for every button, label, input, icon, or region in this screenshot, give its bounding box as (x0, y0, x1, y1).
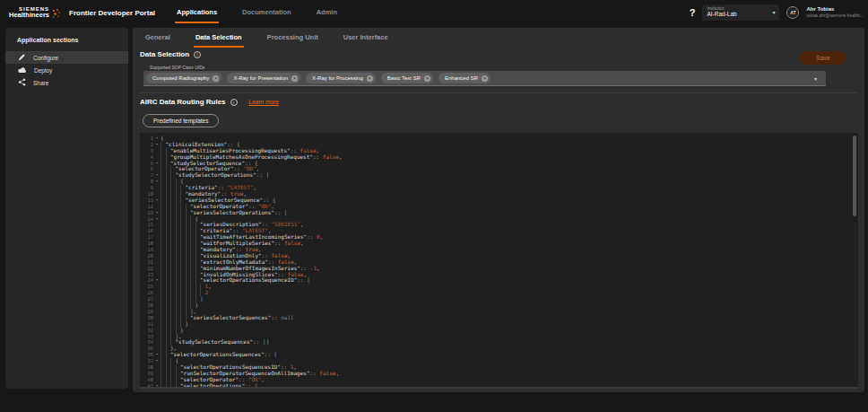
editor-line[interactable]: 251, (140, 284, 858, 290)
fold-caret-icon (153, 346, 161, 352)
pencil-icon (18, 53, 26, 62)
fold-caret-icon[interactable]: ▾ (153, 179, 161, 185)
line-number: 17 (140, 234, 153, 241)
chevron-down-icon[interactable]: ▾ (814, 75, 817, 82)
line-number: 2 (140, 142, 153, 148)
help-icon[interactable]: ? (690, 7, 696, 18)
editor-line[interactable]: 9"criteria":: "LATEST", (140, 185, 858, 191)
save-button[interactable]: Save (800, 51, 846, 65)
fold-caret-icon (153, 296, 161, 302)
chip-remove-icon[interactable]: × (213, 75, 219, 82)
nav-item-applications[interactable]: Applications (175, 8, 219, 23)
json-editor[interactable]: 1▾{2▾"clinicalExtension":: {3"enableMult… (140, 133, 858, 389)
editor-line[interactable]: 36▾"selectorOperationsSequences":: [ (140, 352, 858, 358)
fold-caret-icon[interactable]: ▾ (153, 197, 161, 204)
line-number: 23 (140, 272, 153, 278)
fold-caret-icon[interactable]: ▾ (153, 358, 161, 364)
sop-field-label: Supported SOP Class UIDs (150, 65, 204, 70)
app-header: SIEMENS Healthineers Frontier Developer … (0, 0, 868, 25)
editor-line[interactable]: 27] (140, 296, 858, 302)
nav-item-documentation[interactable]: Documentation (240, 8, 293, 23)
fold-caret-icon[interactable]: ▾ (153, 136, 161, 142)
editor-line[interactable]: 30"seriesSelectorSequences":: null (140, 315, 858, 321)
line-number: 24 (140, 277, 153, 284)
editor-line[interactable]: 24▾"selectorOperationsSequenceID":: [ (140, 277, 858, 284)
predefined-templates-button[interactable]: Predefined templates (143, 114, 219, 127)
info-icon[interactable]: i (194, 51, 201, 58)
chip-remove-icon[interactable]: × (482, 75, 488, 82)
editor-line[interactable]: 32} (140, 328, 858, 334)
line-number: 28 (140, 302, 153, 309)
chip-remove-icon[interactable]: × (367, 75, 373, 82)
fold-caret-icon (153, 339, 161, 346)
sidebar-item-label: Deploy (34, 67, 52, 74)
editor-line[interactable]: 28} (140, 302, 858, 309)
line-number: 11 (140, 197, 153, 204)
line-number: 3 (140, 148, 153, 154)
learn-more-link[interactable]: Learn more (249, 99, 279, 105)
fold-caret-icon (153, 309, 161, 315)
editor-line[interactable]: 262 (140, 290, 858, 296)
code-text: { (161, 179, 184, 185)
tab-user-interface[interactable]: User Interface (342, 33, 390, 48)
sop-chip-basic-text-sr: Basic Text SR× (381, 73, 433, 83)
avatar[interactable]: AT (786, 6, 799, 19)
line-number: 21 (140, 259, 153, 266)
info-icon[interactable]: i (230, 99, 238, 106)
line-number: 7 (140, 172, 153, 179)
tab-processing-unit[interactable]: Processing Unit (265, 33, 320, 48)
editor-line[interactable]: 13▾"seriesSelectorOperations":: [ (140, 210, 858, 216)
fold-caret-icon (153, 364, 161, 371)
editor-line[interactable]: 7▾"studySelectorOperations":: [ (140, 172, 858, 179)
fold-caret-icon (153, 166, 161, 172)
tab-general[interactable]: General (143, 33, 172, 48)
sidebar-item-share[interactable]: Share (5, 76, 128, 89)
line-number: 12 (140, 204, 153, 210)
sidebar-item-configure[interactable]: Configure (5, 51, 128, 64)
fold-caret-icon[interactable]: ▾ (153, 210, 161, 216)
editor-line[interactable]: 34"studySelectorSequences":: [] (140, 339, 858, 346)
institution-value: AI-Rad-Lab (707, 11, 775, 18)
chip-remove-icon[interactable]: × (291, 75, 298, 82)
line-number: 33 (140, 334, 153, 340)
sop-class-field[interactable]: Computed Radiography×X-Ray for Presentat… (143, 71, 826, 86)
fold-caret-icon[interactable]: ▾ (153, 172, 161, 179)
fold-caret-icon[interactable]: ▾ (153, 161, 161, 167)
fold-caret-icon[interactable]: ▾ (153, 216, 161, 223)
editor-line[interactable]: 31} (140, 321, 858, 328)
fold-caret-icon (153, 377, 161, 383)
routing-rules-section-head: AIRC Data Routing Rules i Learn more (140, 98, 279, 106)
line-number: 13 (140, 210, 153, 216)
sidebar-item-deploy[interactable]: Deploy (5, 64, 128, 76)
fold-caret-icon (153, 315, 161, 321)
fold-caret-icon[interactable]: ▾ (153, 142, 161, 148)
fold-caret-icon (153, 204, 161, 210)
institution-dropdown[interactable]: Institution AI-Rad-Lab ▾ (702, 4, 779, 21)
line-number: 4 (140, 154, 153, 161)
editor-horizontal-scrollbar[interactable] (140, 387, 858, 389)
line-number: 16 (140, 228, 153, 234)
editor-scrollbar[interactable] (853, 136, 856, 216)
nav-item-admin[interactable]: Admin (315, 8, 339, 23)
fold-caret-icon[interactable]: ▾ (153, 352, 161, 358)
fold-caret-icon (153, 321, 161, 328)
user-info[interactable]: Ahr Tobias tobias.ahr@siemens-healthi... (806, 6, 864, 18)
editor-line[interactable]: 1▾{ (140, 136, 858, 142)
tab-data-selection[interactable]: Data Selection (194, 33, 244, 48)
fold-caret-icon (153, 302, 161, 309)
fold-caret-icon (153, 253, 161, 259)
line-number: 15 (140, 222, 153, 228)
fold-caret-icon[interactable]: ▾ (153, 277, 161, 284)
fold-caret-icon (153, 148, 161, 154)
code-text: "seriesSelectorSequences":: null (161, 315, 294, 321)
main-panel: GeneralData SelectionProcessing UnitUser… (133, 28, 864, 392)
fold-caret-icon (153, 185, 161, 191)
line-number: 26 (140, 290, 153, 296)
line-number: 18 (140, 241, 153, 247)
chip-remove-icon[interactable]: × (424, 75, 430, 82)
fold-caret-icon (153, 234, 161, 241)
routing-rules-title: AIRC Data Routing Rules (140, 98, 226, 106)
line-number: 30 (140, 315, 153, 321)
line-number: 22 (140, 266, 153, 272)
chevron-down-icon[interactable]: ▾ (772, 9, 775, 15)
